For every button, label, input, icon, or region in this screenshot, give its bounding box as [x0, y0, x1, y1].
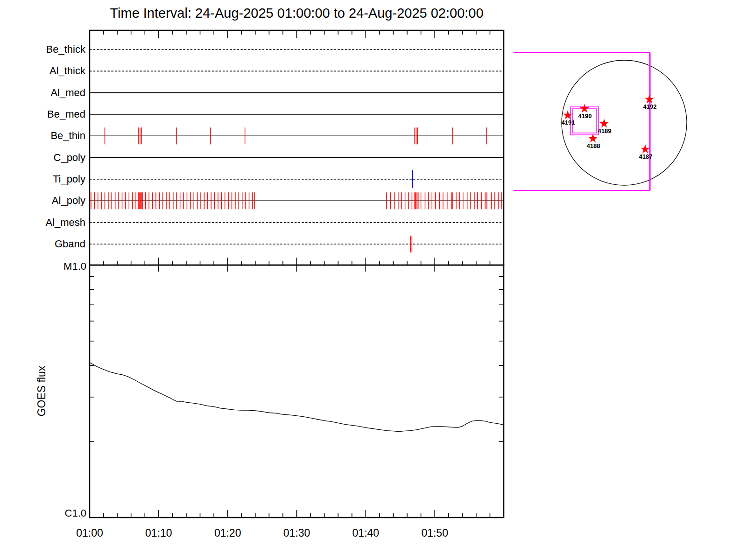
filter-row-label: Gband: [55, 238, 85, 250]
filter-row-label: Al_mesh: [45, 217, 85, 228]
x-tick-label: 01:40: [352, 527, 380, 539]
sun-disk: [562, 60, 687, 185]
active-region-label: 4190: [578, 112, 592, 119]
active-region-label: 4191: [562, 119, 575, 126]
goes-panel-frame: [90, 265, 504, 518]
active-region-label: 4187: [639, 153, 653, 160]
goes-ymin-label: C1.0: [65, 507, 86, 519]
active-region-label: 4189: [598, 127, 612, 134]
filter-row-label: Be_thin: [50, 130, 85, 141]
plots-canvas: Be_thickAl_thickAl_medBe_medBe_thinC_pol…: [0, 0, 747, 560]
x-tick-label: 01:30: [283, 527, 310, 539]
x-tick-label: 01:50: [421, 527, 448, 539]
filter-row-label: Al_med: [50, 87, 85, 98]
x-tick-label: 01:00: [76, 527, 103, 539]
goes-ymax-label: M1.0: [63, 260, 86, 272]
filter-row-label: Be_thick: [46, 43, 86, 55]
x-tick-label: 01:10: [145, 527, 172, 539]
active-region-label: 4188: [587, 142, 600, 149]
filter-panel-frame: [90, 30, 504, 265]
active-region-star: [580, 104, 589, 113]
active-region-label: 4192: [643, 103, 657, 110]
fov-bracket: [514, 53, 650, 190]
filter-row-label: Al_thick: [49, 65, 86, 77]
active-region-star: [563, 111, 572, 119]
filter-row-label: Be_med: [47, 108, 85, 120]
filter-row-label: C_poly: [54, 152, 85, 163]
goes-y-axis-title: GOES flux: [35, 365, 48, 416]
filter-row-label: Ti_poly: [53, 173, 85, 185]
goes-flux-curve: [90, 363, 504, 432]
x-tick-label: 01:20: [214, 527, 241, 539]
active-region-star: [599, 119, 609, 128]
filter-row-label: Al_poly: [52, 195, 85, 206]
screenshot-stage: Time Interval: 24-Aug-2025 01:00:00 to 2…: [0, 0, 747, 560]
active-region-star: [641, 145, 650, 154]
